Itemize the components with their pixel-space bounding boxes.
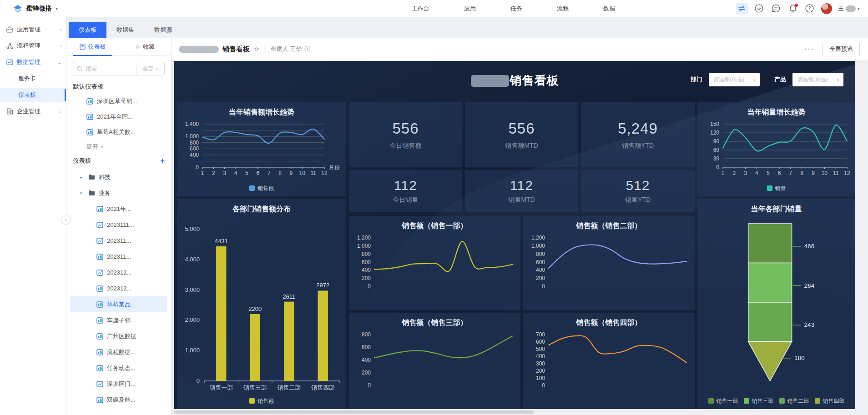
legend-label: 销售额 [257,397,274,405]
tree-item[interactable]: 202311... [66,233,171,249]
tree-item[interactable]: 双碳及能... [66,392,171,408]
panel-tab-favorite[interactable]: ☆ 收藏 [119,38,171,55]
legend-item[interactable]: 销售额 [249,397,274,405]
legend-item[interactable]: 销售三部 [744,397,774,405]
expand-label: 展开 [86,143,98,151]
caret-right-icon[interactable]: ▸ [80,175,85,180]
nav-item-workbench[interactable]: 工作台 [412,5,429,13]
svg-text:200: 200 [536,368,545,374]
svg-text:200: 200 [362,275,371,281]
add-dashboard-button[interactable]: + [160,156,165,165]
tree-item[interactable]: 2021年... [66,201,171,217]
sidebar-item-dashboard[interactable]: 仪表板 [0,88,66,102]
sidebar-item-app-management[interactable]: 应用管理 › [0,23,66,36]
product-select[interactable]: 请选择(单选) ∨ [792,73,843,86]
tree-item[interactable]: 草莓某品... [70,296,167,312]
tree-item-label: 流程数据... [107,348,136,356]
svg-text:100: 100 [536,375,545,381]
svg-text:600: 600 [536,339,545,345]
scrollbar-thumb[interactable] [174,410,534,414]
svg-text:60: 60 [713,147,720,153]
user-menu[interactable]: 王 ▾ [838,5,860,13]
legend-label: 销售二部 [787,397,809,405]
panel-tab-dashboard[interactable]: 仪表板 [66,38,119,55]
dashboard-list-item[interactable]: 2021年全国... [66,109,171,125]
chart-title: 当年销量增长趋势 [697,102,855,119]
search-input[interactable] [86,65,126,72]
tab-datasource[interactable]: 数据源 [144,22,182,38]
expand-toggle[interactable]: 展开 ∨ [66,140,171,154]
tree-item[interactable]: 2023111... [66,217,171,233]
svg-text:5: 5 [245,170,248,176]
info-icon[interactable]: ⓘ [304,45,310,53]
department-select[interactable]: 请选择(单选) ∨ [709,73,760,86]
user-avatar[interactable] [821,3,832,14]
tree-folder[interactable]: ▾业务 [66,185,171,201]
dashboard-list-item[interactable]: 草莓A相关数... [66,125,171,140]
dashboard-list-item[interactable]: 深圳区草莓销... [66,94,171,109]
tree-item[interactable]: 深圳区门... [66,376,171,392]
redacted-user-name [846,5,856,12]
sidebar-item-service-card[interactable]: 服务卡 [0,72,66,85]
nav-item-apps[interactable]: 应用 [464,5,476,13]
nav-item-tasks[interactable]: 任务 [510,5,522,13]
tree-folder[interactable]: ▸科技 [66,169,171,185]
dashboard-list-panel: 仪表板 ☆ 收藏 全部 ∨ 默认仪表板 深圳区草莓销...2021年全国...草… [66,38,172,415]
sidebar-collapse-handle[interactable]: ‹ [61,215,71,225]
download-icon[interactable] [754,3,765,14]
chart-legend[interactable]: 销售一部销售三部销售二部销售四部 [697,395,855,406]
chart-legend[interactable]: 销售额 [177,395,346,406]
kpi-card-today-volume: 112 今日销量 [349,170,462,212]
bell-icon[interactable] [787,3,798,14]
kpi-card-sales-mtd: 556 销售额MTD [465,102,578,167]
search-scope-select[interactable]: 全部 ∨ [136,62,164,75]
favorite-star-icon[interactable]: ☆ [253,45,259,53]
sidebar-item-enterprise-management[interactable]: 企业管理 › [0,105,66,118]
dashboard-title: 销售看板 [222,45,250,54]
svg-text:2: 2 [732,170,736,176]
message-icon[interactable] [771,3,782,14]
tab-dashboard[interactable]: 仪表板 [69,22,106,38]
nav-item-data[interactable]: 数据 [603,5,615,13]
tree-item[interactable]: 202311... [66,249,171,265]
tab-dataset[interactable]: 数据集 [106,22,144,38]
dashboard-icon [96,397,103,403]
svg-text:243: 243 [804,321,815,328]
legend-item[interactable]: 销售四部 [815,397,845,405]
chart-legend[interactable]: 销售额 [177,183,346,194]
chart-title: 当年各部门销量 [697,199,855,215]
tree-item[interactable]: 车厘子销... [66,312,171,328]
more-menu-button[interactable]: ··· [804,45,814,53]
svg-text:0: 0 [197,377,200,384]
chevron-right-icon: › [60,27,61,32]
svg-text:销售一部: 销售一部 [209,384,233,391]
tree-item[interactable]: 流程数据... [66,344,171,360]
fullscreen-preview-button[interactable]: 全屏预览 [823,42,860,56]
funnel-chart-dept-volume: 466264243180 [697,217,855,393]
chevron-right-icon: › [60,109,61,114]
tree-item[interactable]: 202312... [66,265,171,280]
kpi-card-volume-mtd: 112 销量MTD [465,170,578,212]
svg-text:2611: 2611 [283,293,295,300]
briefcase-icon [6,26,13,33]
help-icon[interactable]: ? [804,3,815,14]
legend-item[interactable]: 销售额 [249,185,274,192]
nav-item-flows[interactable]: 流程 [557,5,569,13]
caret-down-icon[interactable]: ▾ [80,191,85,195]
transfer-icon[interactable] [736,3,748,15]
tree-item[interactable]: 任务动态... [66,360,171,376]
app-logo[interactable]: 蜜蜂微搭 ▾ [0,4,58,14]
legend-item[interactable]: 销售二部 [779,397,809,405]
legend-item[interactable]: 销量 [767,185,786,192]
select-placeholder: 请选择(单选) [797,76,837,84]
sidebar-item-flow-management[interactable]: 流程管理 › [0,39,66,53]
svg-text:6: 6 [256,170,259,176]
chart-legend[interactable]: 销量 [697,183,855,194]
svg-text:5,000: 5,000 [185,225,200,232]
tree-item[interactable]: 202312... [66,280,171,296]
sidebar-label: 服务卡 [18,75,61,83]
sidebar-item-data-management[interactable]: 数据管理 ⌄ [0,55,66,69]
tree-item[interactable]: 广州区数据 [66,328,171,344]
legend-item[interactable]: 销售一部 [708,397,738,405]
horizontal-scrollbar[interactable] [172,409,868,415]
